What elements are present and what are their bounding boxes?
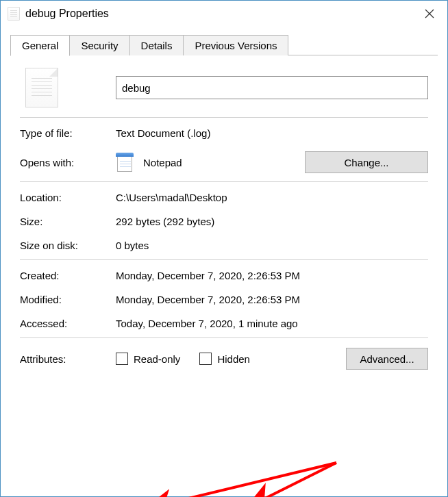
notepad-icon (116, 153, 134, 172)
tab-security[interactable]: Security (69, 35, 129, 55)
divider (20, 117, 428, 118)
opens-with-label: Opens with: (20, 157, 116, 168)
svg-line-2 (146, 463, 336, 497)
created-value: Monday, December 7, 2020, 2:26:53 PM (116, 270, 428, 281)
close-button[interactable] (419, 3, 440, 25)
tab-general[interactable]: General (10, 35, 70, 56)
divider (20, 259, 428, 260)
size-value: 292 bytes (292 bytes) (116, 216, 428, 227)
tab-content-general: Type of file: Text Document (.log) Opens… (1, 55, 447, 382)
modified-value: Monday, December 7, 2020, 2:26:53 PM (116, 294, 428, 305)
opens-with-value: Notepad (143, 157, 182, 168)
titlebar: debug Properties (1, 1, 447, 28)
change-button[interactable]: Change... (305, 151, 428, 173)
close-icon (425, 9, 434, 18)
type-of-file-label: Type of file: (20, 127, 116, 139)
divider (20, 181, 428, 182)
readonly-label: Read-only (134, 353, 180, 365)
modified-label: Modified: (20, 294, 116, 305)
properties-window: debug Properties General Security Detail… (0, 0, 448, 497)
window-title: debug Properties (25, 8, 419, 20)
tab-details[interactable]: Details (129, 35, 184, 55)
created-label: Created: (20, 270, 116, 281)
size-label: Size: (20, 216, 116, 227)
accessed-label: Accessed: (20, 318, 116, 329)
divider (20, 337, 428, 338)
advanced-button[interactable]: Advanced... (346, 348, 428, 370)
readonly-checkbox[interactable]: Read-only (116, 353, 180, 365)
file-type-icon (25, 68, 58, 107)
tabstrip: General Security Details Previous Versio… (1, 28, 447, 55)
accessed-value: Today, December 7, 2020, 1 minute ago (116, 318, 428, 329)
svg-line-3 (247, 463, 336, 497)
hidden-label: Hidden (217, 353, 250, 365)
attributes-label: Attributes: (20, 353, 116, 365)
size-on-disk-value: 0 bytes (116, 240, 428, 251)
checkbox-icon (116, 353, 128, 365)
hidden-checkbox[interactable]: Hidden (199, 353, 250, 365)
type-of-file-value: Text Document (.log) (116, 127, 428, 139)
filename-input[interactable] (116, 76, 428, 99)
location-value: C:\Users\madal\Desktop (116, 192, 428, 203)
checkbox-icon (199, 353, 212, 365)
document-icon (8, 7, 20, 21)
size-on-disk-label: Size on disk: (20, 240, 116, 251)
location-label: Location: (20, 192, 116, 203)
tab-previous-versions[interactable]: Previous Versions (183, 35, 288, 55)
